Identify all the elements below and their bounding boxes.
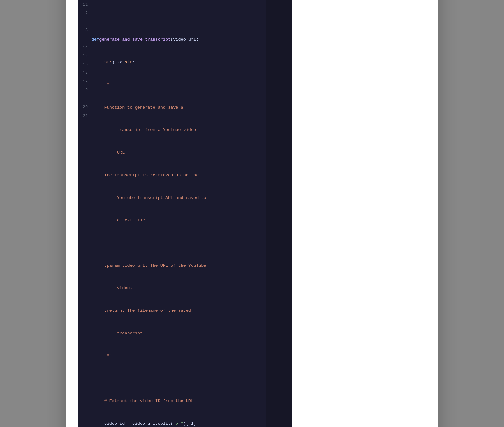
modal-body: 1 2 3 4 5 6 7 8 9 10 — [78, 0, 426, 427]
modal-overlay: Skill Specification generate_youtube_tra… — [0, 0, 504, 427]
code-editor: 1 2 3 4 5 6 7 8 9 10 — [78, 0, 292, 427]
code-minimap — [266, 0, 292, 427]
code-panel: 1 2 3 4 5 6 7 8 9 10 — [78, 0, 292, 427]
skill-specification-modal: Skill Specification generate_youtube_tra… — [66, 0, 438, 427]
right-panel: Name generate_youtube_tra ... i Descript… — [302, 0, 426, 427]
code-content: from typing import List import uuid impo… — [90, 0, 292, 427]
line-numbers: 1 2 3 4 5 6 7 8 9 10 — [78, 0, 90, 427]
